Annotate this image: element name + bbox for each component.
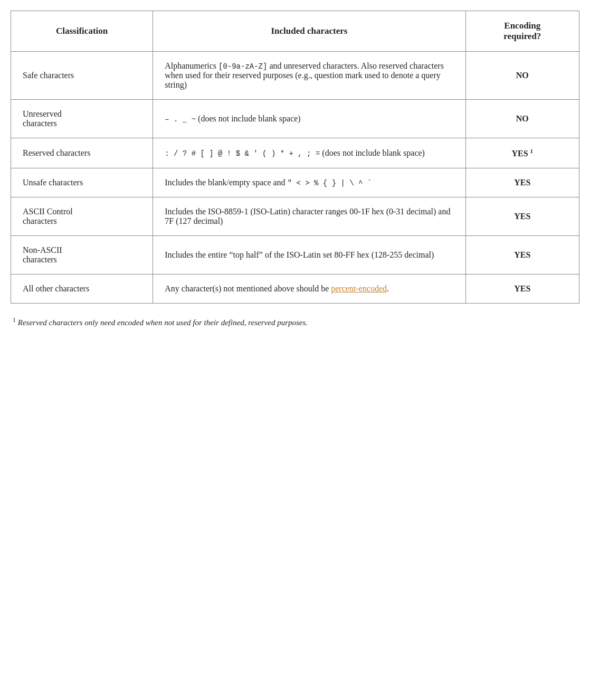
code-reserved-chars: : / ? # [ ] @ ! $ & ' ( ) * + , ; = — [165, 149, 320, 158]
description-reserved: : / ? # [ ] @ ! $ & ' ( ) * + , ; = (doe… — [153, 138, 465, 168]
description-safe: Alphanumerics [0-9a-zA-Z] and unreserved… — [153, 52, 465, 100]
table-row: Safe characters Alphanumerics [0-9a-zA-Z… — [11, 52, 579, 100]
encoding-unreserved: NO — [465, 100, 579, 138]
table-row: All other characters Any character(s) no… — [11, 275, 579, 304]
table-row: Reserved characters : / ? # [ ] @ ! $ & … — [11, 138, 579, 168]
encoding-non-ascii: YES — [465, 236, 579, 275]
footnote-ref-1: 1 — [530, 148, 534, 154]
encoding-safe: NO — [465, 52, 579, 100]
header-included-characters: Included characters — [153, 11, 465, 52]
description-ascii-control: Includes the ISO-8859-1 (ISO-Latin) char… — [153, 197, 465, 236]
classification-unreserved: Unreservedcharacters — [11, 100, 153, 138]
code-unsafe-chars: " < > % { } | \ ^ ` — [288, 179, 372, 187]
encoding-reserved: YES 1 — [465, 138, 579, 168]
encoding-unsafe: YES — [465, 168, 579, 197]
percent-encoded-link[interactable]: percent-encoded — [331, 284, 387, 293]
classification-ascii-control: ASCII Controlcharacters — [11, 197, 153, 236]
encoding-ascii-control: YES — [465, 197, 579, 236]
description-unreserved: – . _ ~ (does not include blank space) — [153, 100, 465, 138]
footnote-section: 1 Reserved characters only need encoded … — [11, 316, 579, 327]
main-table: Classification Included characters Encod… — [11, 11, 579, 304]
table-row: Unsafe characters Includes the blank/emp… — [11, 168, 579, 197]
encoding-other: YES — [465, 275, 579, 304]
header-encoding-required: Encoding required? — [465, 11, 579, 52]
classification-non-ascii: Non-ASCIIcharacters — [11, 236, 153, 275]
header-classification: Classification — [11, 11, 153, 52]
table-row: Unreservedcharacters – . _ ~ (does not i… — [11, 100, 579, 138]
table-header-row: Classification Included characters Encod… — [11, 11, 579, 52]
description-non-ascii: Includes the entire “top half” of the IS… — [153, 236, 465, 275]
classification-safe: Safe characters — [11, 52, 153, 100]
description-unsafe: Includes the blank/empty space and " < >… — [153, 168, 465, 197]
footnote-text: Reserved characters only need encoded wh… — [16, 318, 308, 327]
classification-reserved: Reserved characters — [11, 138, 153, 168]
classification-unsafe: Unsafe characters — [11, 168, 153, 197]
table-row: ASCII Controlcharacters Includes the ISO… — [11, 197, 579, 236]
classification-other: All other characters — [11, 275, 153, 304]
table-row: Non-ASCIIcharacters Includes the entire … — [11, 236, 579, 275]
code-unreserved-chars: – . _ ~ — [165, 115, 196, 124]
description-other: Any character(s) not mentioned above sho… — [153, 275, 465, 304]
code-safe-chars: [0-9a-zA-Z] — [218, 62, 267, 71]
